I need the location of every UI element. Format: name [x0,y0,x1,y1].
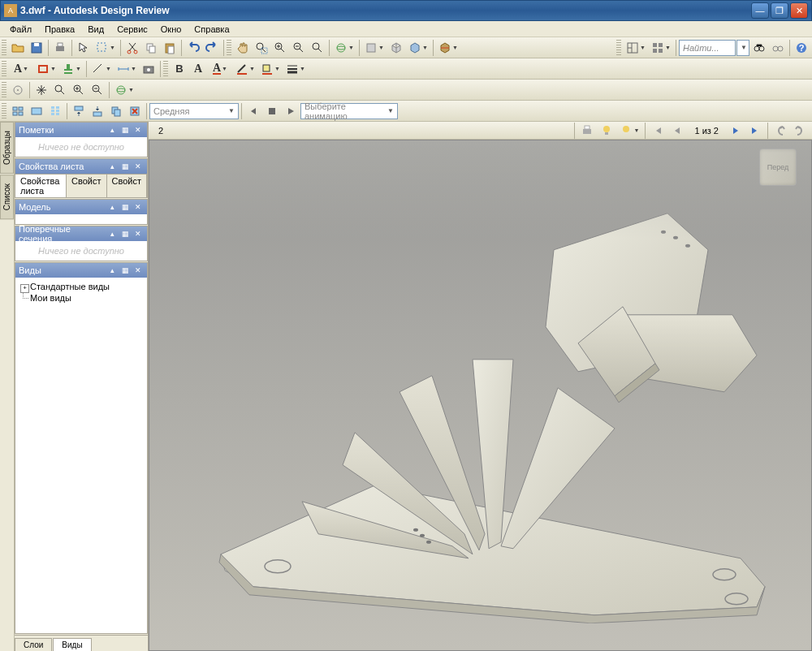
quality-combo[interactable]: Средняя▼ [149,103,239,119]
lineweight-icon[interactable]: ▼ [283,60,308,78]
tree-my-views[interactable]: Мои виды [19,292,144,304]
menu-file[interactable]: Файл [3,23,38,36]
filter-icon[interactable]: ▴ [106,161,118,172]
back-icon[interactable] [771,122,789,140]
panel-sheet-header[interactable]: Свойства листа ▴ ▦ ✕ [15,159,147,174]
close-button[interactable]: ✕ [790,2,808,19]
toolbar-grip[interactable] [616,40,621,56]
panel-sections-header[interactable]: Поперечные сечения ▴ ▦ ✕ [15,226,147,241]
thumbnail-icon[interactable] [28,102,45,120]
view-iso-icon[interactable] [387,39,405,57]
zoom-in-icon[interactable] [271,39,289,57]
zoom-rect-icon[interactable] [253,39,270,57]
view-cube-icon[interactable]: ▼ [406,39,430,57]
close-icon[interactable]: ✕ [132,161,144,172]
font-color-icon[interactable]: A▼ [208,60,232,78]
zoom-window-icon[interactable] [70,81,88,99]
binoculars-icon[interactable] [750,39,768,57]
menu-edit[interactable]: Правка [38,23,81,36]
arrange-icon[interactable] [9,102,27,120]
menu-window[interactable]: Окно [154,23,188,36]
filter-icon[interactable]: ▴ [106,265,118,276]
side-tab-list[interactable]: Список [0,175,14,219]
options-icon[interactable]: ▦ [119,124,131,136]
text-tool-icon[interactable]: A▼ [9,60,33,78]
search-dropdown[interactable]: ▼ [736,40,749,56]
zoom-realtime-icon[interactable] [51,81,69,99]
menu-view[interactable]: Вид [81,23,110,36]
side-tab-thumbnails[interactable]: Образцы [0,122,14,174]
layout-icon[interactable]: ▼ [624,39,648,57]
redo-icon[interactable] [203,39,221,57]
panel-views-header[interactable]: Виды ▴ ▦ ✕ [15,263,147,278]
anim-stop-icon[interactable] [263,102,281,120]
pointer-icon[interactable] [75,39,93,57]
pan2-icon[interactable] [32,81,50,99]
select-dropdown-icon[interactable]: ▼ [93,39,118,57]
options-icon[interactable]: ▦ [119,265,131,276]
copy-sheet-icon[interactable] [107,102,125,120]
last-page-icon[interactable] [746,122,764,140]
font-size-icon[interactable]: A [189,60,207,78]
sheet-tab-1[interactable]: Свойства листа [15,175,67,197]
toolbar-grip[interactable] [2,82,6,98]
stamp-tool-icon[interactable]: ▼ [59,60,84,78]
line-color-icon[interactable]: ▼ [233,60,257,78]
search-input[interactable]: Найти... [679,40,736,56]
grid-icon[interactable]: ▼ [649,39,673,57]
tab-views[interactable]: Виды [53,638,91,651]
panel-notes-header[interactable]: Пометки ▴ ▦ ✕ [15,123,147,137]
close-icon[interactable]: ✕ [132,124,144,136]
menu-help[interactable]: Справка [188,23,235,36]
orbit-icon[interactable]: ▼ [332,39,356,57]
options-icon[interactable]: ▦ [119,228,131,239]
pan-icon[interactable] [234,39,252,57]
print-icon[interactable] [51,39,69,57]
move-up-icon[interactable] [70,102,88,120]
animation-combo[interactable]: Выберите анимацию▼ [300,103,398,119]
view-front-icon[interactable]: ▼ [362,39,387,57]
panel-model-header[interactable]: Модель ▴ ▦ ✕ [15,200,147,214]
zoom-out-icon[interactable] [290,39,308,57]
options-icon[interactable]: ▦ [119,161,131,172]
open-icon[interactable] [9,39,27,57]
zoom-fit-icon[interactable] [309,39,326,57]
dimension-icon[interactable]: ▼ [114,60,139,78]
small-thumb-icon[interactable] [46,102,64,120]
save-icon[interactable] [28,39,45,57]
copy-icon[interactable] [142,39,160,57]
sheet-tab-3[interactable]: Свойст [107,175,147,197]
print-vp-icon[interactable] [578,122,596,140]
move-down-icon[interactable] [89,102,106,120]
toolbar-grip[interactable] [227,40,231,56]
delete-sheet-icon[interactable] [126,102,144,120]
target-icon[interactable] [9,81,27,99]
find-next-icon[interactable] [769,39,787,57]
paste-icon[interactable] [161,39,179,57]
toolbar-grip[interactable] [163,61,168,77]
prev-page-icon[interactable] [668,122,686,140]
snapshot-icon[interactable] [140,60,158,78]
filter-icon[interactable]: ▴ [106,201,118,213]
bold-icon[interactable]: B [171,60,188,78]
tab-layers[interactable]: Слои [15,638,52,651]
filter-icon[interactable]: ▴ [106,228,118,239]
toolbar-grip[interactable] [2,61,6,77]
lightbulb-dropdown-icon[interactable]: ▼ [617,122,641,140]
fill-color-icon[interactable]: ▼ [258,60,283,78]
forward-icon[interactable] [791,122,809,140]
section-icon[interactable]: ▼ [436,39,460,57]
viewport-3d[interactable]: Перед [149,140,812,651]
cut-icon[interactable] [123,39,141,57]
next-page-icon[interactable] [727,122,745,140]
lightbulb-icon[interactable] [598,122,615,140]
toolbar-grip[interactable] [2,103,6,119]
undo-icon[interactable] [184,39,202,57]
help-icon[interactable]: ? [793,39,810,57]
zoom-extents-icon[interactable] [89,81,106,99]
orbit2-icon[interactable]: ▼ [112,81,136,99]
filter-icon[interactable]: ▴ [106,124,118,136]
measure-tool-icon[interactable]: ▼ [89,60,114,78]
close-icon[interactable]: ✕ [132,201,144,213]
menu-tools[interactable]: Сервис [110,23,154,36]
